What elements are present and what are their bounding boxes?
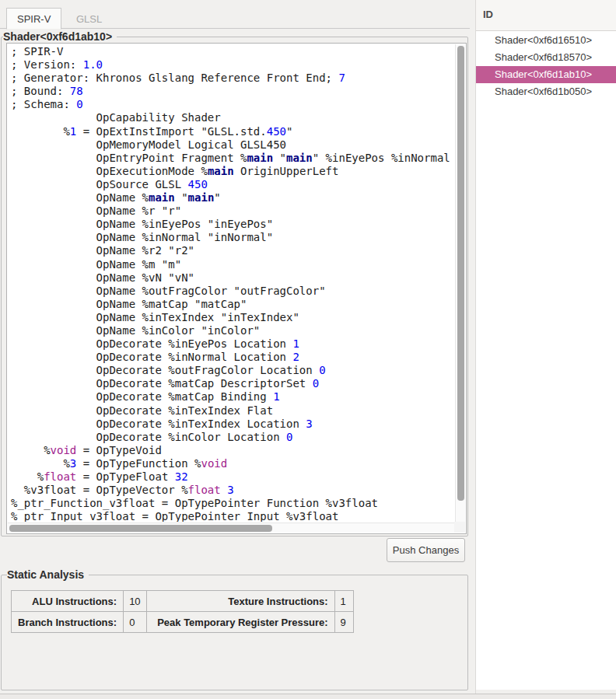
status-strip xyxy=(0,694,616,699)
shader-debugger-window: SPIR-VGLSL Shader<0xf6d1ab10> ; SPIR-V; … xyxy=(0,0,616,699)
static-analysis-table: ALU Instructions:10Texture Instructions:… xyxy=(11,590,354,633)
code-line: ; Generator: Khronos Glslang Reference F… xyxy=(11,72,454,85)
horizontal-scrollbar-thumb[interactable] xyxy=(9,525,272,532)
code-line: %1 = OpExtInstImport "GLSL.std.450" xyxy=(11,125,454,138)
code-line: OpMemoryModel Logical GLSL450 xyxy=(11,138,454,152)
code-line: %float = OpTypeFloat 32 xyxy=(11,470,454,484)
code-line: OpName %r "r" xyxy=(11,204,454,218)
code-line: ; Version: 1.0 xyxy=(11,58,454,72)
code-line: OpName %matCap "matCap" xyxy=(11,298,454,311)
code-line: OpDecorate %inEyePos Location 1 xyxy=(11,337,454,351)
code-line: OpName %outFragColor "outFragColor" xyxy=(11,285,454,298)
code-line: OpDecorate %inNormal Location 2 xyxy=(11,351,454,364)
spirv-code-editor[interactable]: ; SPIR-V; Version: 1.0; Generator: Khron… xyxy=(6,43,467,534)
code-line: OpName %vN "vN" xyxy=(11,271,454,285)
static-analysis-title: Static Analysis xyxy=(7,568,89,581)
shader-groupbox-title: Shader<0xf6d1ab10> xyxy=(3,30,117,43)
scrollbar-corner xyxy=(454,522,465,533)
metric-label: Branch Instructions: xyxy=(12,612,124,633)
shader-id-item[interactable]: Shader<0xf6d18570> xyxy=(476,49,616,66)
id-column-header-label: ID xyxy=(483,9,493,20)
tab-spir-v[interactable]: SPIR-V xyxy=(6,8,61,30)
code-line: OpName %inNormal "inNormal" xyxy=(11,231,454,244)
id-column-header[interactable]: ID xyxy=(476,0,616,31)
push-changes-button[interactable]: Push Changes xyxy=(387,538,465,562)
metric-value: 9 xyxy=(334,612,353,633)
metric-label: Texture Instructions: xyxy=(146,591,334,612)
shader-groupbox: Shader<0xf6d1ab10> ; SPIR-V; Version: 1.… xyxy=(1,37,468,536)
code-line: OpCapability Shader xyxy=(11,111,454,124)
code-line: OpDecorate %inTexIndex Location 3 xyxy=(11,418,454,431)
code-line: OpDecorate %matCap DescriptorSet 0 xyxy=(11,377,454,390)
code-line: OpExecutionMode %main OriginUpperLeft xyxy=(11,165,454,178)
metric-value: 1 xyxy=(334,591,353,612)
shader-id-panel: ID Shader<0xf6d16510>Shader<0xf6d18570>S… xyxy=(476,0,616,690)
shader-id-item[interactable]: Shader<0xf6d16510> xyxy=(476,32,616,49)
metric-label: Peak Temporary Register Pressure: xyxy=(146,612,334,633)
code-line: %void = OpTypeVoid xyxy=(11,444,454,457)
spirv-disassembly-text[interactable]: ; SPIR-V; Version: 1.0; Generator: Khron… xyxy=(7,44,454,522)
shader-language-tabbar: SPIR-VGLSL xyxy=(0,0,470,29)
code-line: OpSource GLSL 450 xyxy=(11,178,454,191)
shader-id-item[interactable]: Shader<0xf6d1ab10> xyxy=(476,66,616,83)
code-line: OpDecorate %matCap Binding 1 xyxy=(11,390,454,404)
code-line: OpName %m "m" xyxy=(11,258,454,271)
shader-id-list: Shader<0xf6d16510>Shader<0xf6d18570>Shad… xyxy=(476,32,616,100)
code-line: OpName %main "main" xyxy=(11,191,454,204)
code-line: OpName %inColor "inColor" xyxy=(11,324,454,337)
static-analysis-groupbox: Static Analysis ALU Instructions:10Textu… xyxy=(1,575,468,690)
code-line: ; SPIR-V xyxy=(11,45,454,58)
code-line: ; Schema: 0 xyxy=(11,98,454,111)
metric-label: ALU Instructions: xyxy=(12,591,124,612)
pane-splitter[interactable] xyxy=(470,0,476,694)
code-line: %v3float = OpTypeVector %float 3 xyxy=(11,484,454,497)
vertical-scrollbar-thumb[interactable] xyxy=(457,46,464,501)
code-line: OpName %r2 "r2" xyxy=(11,244,454,257)
code-line: OpName %inTexIndex "inTexIndex" xyxy=(11,311,454,324)
code-line: %3 = OpTypeFunction %void xyxy=(11,457,454,470)
vertical-scrollbar[interactable] xyxy=(455,44,465,522)
code-line: OpEntryPoint Fragment %main "main" %inEy… xyxy=(11,152,454,165)
tab-glsl[interactable]: GLSL xyxy=(66,9,112,29)
code-line: OpDecorate %outFragColor Location 0 xyxy=(11,364,454,377)
code-line: ; Bound: 78 xyxy=(11,85,454,98)
code-line: OpName %inEyePos "inEyePos" xyxy=(11,218,454,231)
metric-value: 10 xyxy=(124,591,146,612)
metrics-row: Branch Instructions:0Peak Temporary Regi… xyxy=(12,612,354,633)
metric-value: 0 xyxy=(124,612,146,633)
code-line: %_ptr_Input_v3float = OpTypePointer Inpu… xyxy=(11,510,454,522)
code-line: %_ptr_Function_v3float = OpTypePointer F… xyxy=(11,497,454,510)
code-line: OpDecorate %inColor Location 0 xyxy=(11,431,454,444)
metrics-row: ALU Instructions:10Texture Instructions:… xyxy=(12,591,354,612)
shader-id-item[interactable]: Shader<0xf6d1b050> xyxy=(476,83,616,100)
horizontal-scrollbar[interactable] xyxy=(8,523,454,533)
code-line: OpDecorate %inTexIndex Flat xyxy=(11,404,454,418)
